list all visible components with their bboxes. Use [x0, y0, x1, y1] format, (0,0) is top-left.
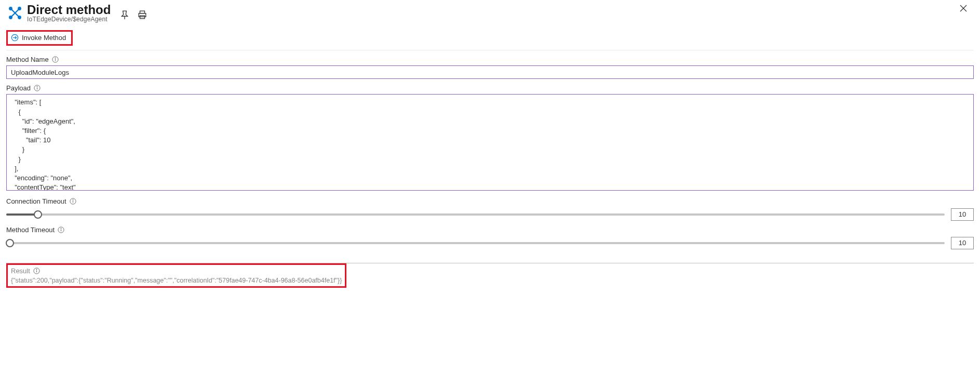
svg-point-25	[61, 229, 61, 229]
method-timeout-value[interactable]: 10	[951, 237, 974, 249]
svg-point-22	[73, 200, 73, 201]
payload-label: Payload	[6, 84, 31, 92]
page-title: Direct method	[27, 3, 111, 17]
print-icon[interactable]	[138, 10, 147, 20]
method-timeout-label: Method Timeout	[6, 226, 55, 234]
direct-method-icon	[6, 4, 24, 22]
method-name-label: Method Name	[6, 56, 49, 63]
info-icon[interactable]	[58, 226, 64, 233]
connection-timeout-slider[interactable]	[6, 210, 945, 219]
method-timeout-slider[interactable]	[6, 239, 945, 247]
connection-timeout-value[interactable]: 10	[951, 208, 974, 221]
method-name-input[interactable]	[6, 65, 974, 79]
svg-point-19	[37, 87, 37, 87]
invoke-arrow-icon	[11, 34, 19, 42]
payload-input[interactable]	[6, 94, 974, 191]
page-subtitle: IoTEdgeDevice/$edgeAgent	[27, 16, 111, 23]
result-text: {"status":200,"payload":{"status":"Runni…	[11, 277, 342, 284]
info-icon[interactable]	[52, 56, 59, 63]
invoke-method-button[interactable]: Invoke Method	[9, 33, 68, 43]
result-label: Result	[11, 267, 30, 275]
connection-timeout-label: Connection Timeout	[6, 197, 66, 205]
svg-point-16	[55, 58, 56, 59]
info-icon[interactable]	[33, 268, 40, 274]
result-block: Result {"status":200,"payload":{"status"…	[11, 267, 342, 284]
toolbar-divider	[6, 50, 974, 50]
close-icon[interactable]	[959, 4, 968, 12]
invoke-method-label: Invoke Method	[22, 34, 66, 42]
info-icon[interactable]	[70, 198, 76, 205]
pin-icon[interactable]	[120, 10, 129, 20]
page-header: Direct method IoTEdgeDevice/$edgeAgent	[6, 0, 974, 23]
info-icon[interactable]	[34, 85, 41, 91]
svg-point-28	[36, 270, 37, 270]
